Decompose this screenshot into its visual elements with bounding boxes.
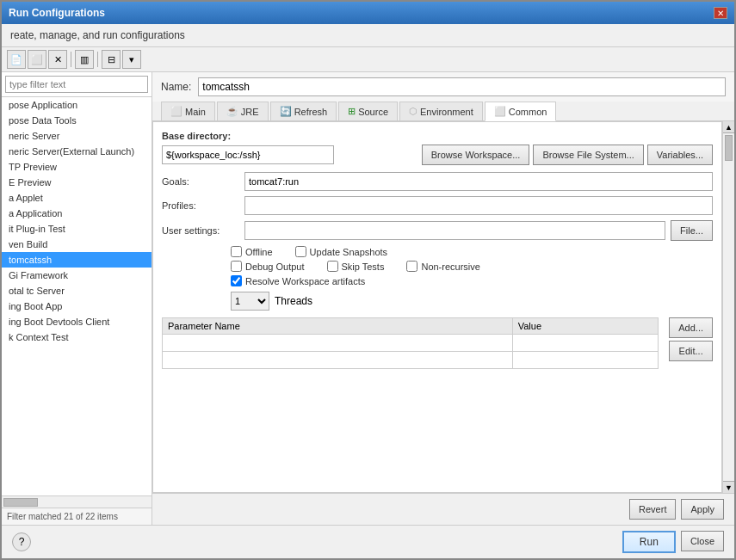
- browse-buttons: Browse Workspace... Browse File System..…: [422, 145, 713, 165]
- name-label: Name:: [161, 81, 191, 93]
- help-button[interactable]: ?: [12, 532, 31, 551]
- sidebar-item-otal-tc-server[interactable]: otal tc Server: [2, 283, 152, 298]
- tab-main[interactable]: ⬜ Main: [161, 102, 215, 120]
- form-with-scrollbar: Base directory: Browse Workspace... Brow…: [152, 121, 734, 493]
- non-recursive-checkbox-group: Non-recursive: [406, 261, 479, 272]
- update-snapshots-label: Update Snapshots: [310, 247, 388, 257]
- sidebar-item-ing-boot-devtools[interactable]: ing Boot Devtools Client: [2, 314, 152, 329]
- scroll-down-arrow[interactable]: ▼: [723, 481, 734, 493]
- apply-button[interactable]: Apply: [681, 499, 724, 520]
- common-icon: ⬜: [494, 106, 506, 117]
- new-button[interactable]: 📄: [7, 50, 26, 69]
- offline-checkbox-group: Offline: [231, 246, 273, 257]
- profiles-label: Profiles:: [162, 200, 239, 211]
- close-button[interactable]: ✕: [714, 7, 727, 19]
- column-value: Value: [512, 318, 659, 335]
- sidebar-item-ing-boot-app[interactable]: ing Boot App: [2, 298, 152, 314]
- close-button-bottom[interactable]: Close: [681, 531, 724, 551]
- table-row-empty-1: [163, 335, 659, 352]
- base-directory-input[interactable]: [162, 145, 334, 164]
- filter-input[interactable]: [5, 76, 148, 93]
- sidebar-item-gi-framework[interactable]: Gi Framework: [2, 268, 152, 283]
- sidebar-item-k-context-test[interactable]: k Context Test: [2, 329, 152, 345]
- sidebar-item-ven-build[interactable]: ven Build: [2, 237, 152, 252]
- profiles-row: Profiles:: [162, 196, 713, 215]
- debug-output-checkbox-group: Debug Output: [231, 261, 305, 272]
- checkbox-row-1: Offline Update Snapshots: [162, 246, 713, 257]
- source-icon: ⊞: [348, 106, 356, 117]
- name-input[interactable]: [198, 77, 726, 96]
- toolbar: 📄 ⬜ ✕ ▥ ⊟ ▾: [2, 47, 734, 72]
- param-name-cell: [163, 335, 513, 352]
- threads-label: Threads: [275, 295, 312, 307]
- more-button[interactable]: ▾: [122, 50, 141, 69]
- scroll-up-arrow[interactable]: ▲: [723, 121, 734, 133]
- threads-row: 1 2 4 Threads: [162, 292, 713, 311]
- tab-source[interactable]: ⊞ Source: [338, 102, 398, 120]
- table-row-empty-2: [163, 352, 659, 369]
- sidebar-item-a-application[interactable]: a Application: [2, 206, 152, 221]
- form-area: Base directory: Browse Workspace... Brow…: [152, 121, 722, 493]
- tab-common[interactable]: ⬜ Common: [485, 102, 557, 121]
- offline-checkbox[interactable]: [231, 246, 242, 257]
- scroll-thumb[interactable]: [725, 135, 733, 161]
- user-settings-input[interactable]: [244, 221, 665, 240]
- sidebar-item-neric-server[interactable]: neric Server: [2, 128, 152, 144]
- sidebar-item-pose-application[interactable]: pose Application: [2, 97, 152, 113]
- debug-output-label: Debug Output: [245, 262, 305, 272]
- collapse-button[interactable]: ⊟: [102, 50, 121, 69]
- resolve-row: Resolve Workspace artifacts: [162, 275, 713, 286]
- scrollbar-vertical[interactable]: ▲ ▼: [722, 121, 734, 493]
- resolve-workspace-label: Resolve Workspace artifacts: [245, 276, 365, 286]
- scroll-track: [723, 163, 734, 481]
- browse-filesystem-button[interactable]: Browse File System...: [533, 145, 643, 165]
- tab-refresh[interactable]: 🔄 Refresh: [270, 102, 337, 120]
- debug-output-checkbox[interactable]: [231, 261, 242, 272]
- sidebar-item-a-applet[interactable]: a Applet: [2, 190, 152, 206]
- run-configurations-window: Run Configurations ✕ reate, manage, and …: [0, 0, 736, 560]
- revert-apply-bar: Revert Apply: [152, 493, 734, 525]
- resolve-workspace-checkbox[interactable]: [231, 275, 242, 286]
- delete-button[interactable]: ✕: [48, 50, 67, 69]
- parameters-table: Parameter Name Value: [162, 317, 659, 369]
- revert-button[interactable]: Revert: [629, 499, 676, 520]
- skip-tests-checkbox[interactable]: [327, 261, 338, 272]
- threads-select[interactable]: 1 2 4: [231, 292, 269, 311]
- duplicate-button[interactable]: ⬜: [28, 50, 46, 69]
- file-button[interactable]: File...: [671, 220, 713, 241]
- update-snapshots-checkbox[interactable]: [295, 246, 306, 257]
- add-button[interactable]: Add...: [669, 317, 713, 338]
- sidebar: pose Application pose Data Tools neric S…: [2, 72, 152, 525]
- refresh-icon: 🔄: [280, 106, 292, 117]
- skip-tests-label: Skip Tests: [342, 262, 385, 272]
- filter-button[interactable]: ▥: [75, 50, 94, 69]
- profiles-input[interactable]: [244, 196, 713, 215]
- tab-jre[interactable]: ☕ JRE: [217, 102, 269, 120]
- sidebar-list: pose Application pose Data Tools neric S…: [2, 97, 152, 495]
- sidebar-item-e-preview[interactable]: E Preview: [2, 175, 152, 190]
- parameters-table-wrap: Parameter Name Value: [162, 317, 659, 372]
- sidebar-item-tp-preview[interactable]: TP Preview: [2, 159, 152, 175]
- browse-workspace-button[interactable]: Browse Workspace...: [422, 145, 530, 165]
- sidebar-item-neric-server-ext[interactable]: neric Server(External Launch): [2, 144, 152, 159]
- sidebar-scroll-horizontal[interactable]: [2, 495, 152, 508]
- update-snapshots-checkbox-group: Update Snapshots: [295, 246, 388, 257]
- sidebar-item-pose-data-tools[interactable]: pose Data Tools: [2, 113, 152, 128]
- goals-input[interactable]: [244, 172, 713, 191]
- user-settings-label: User settings:: [162, 225, 239, 236]
- window-title: Run Configurations: [9, 7, 105, 19]
- filter-box: [2, 72, 152, 97]
- checkbox-row-2: Debug Output Skip Tests Non-recursive: [162, 261, 713, 272]
- column-param-name: Parameter Name: [163, 318, 513, 335]
- variables-button[interactable]: Variables...: [647, 145, 713, 165]
- main-icon: ⬜: [170, 106, 182, 117]
- param-value-cell: [512, 335, 659, 352]
- run-button[interactable]: Run: [622, 531, 676, 553]
- name-row: Name:: [152, 72, 734, 102]
- non-recursive-checkbox[interactable]: [406, 261, 417, 272]
- edit-button[interactable]: Edit...: [669, 341, 713, 361]
- sidebar-item-plugin-test[interactable]: it Plug-in Test: [2, 221, 152, 237]
- tab-environment[interactable]: ⬡ Environment: [399, 102, 483, 120]
- sidebar-item-tomcatssh[interactable]: tomcatssh: [2, 252, 152, 268]
- window-controls: ✕: [714, 7, 727, 19]
